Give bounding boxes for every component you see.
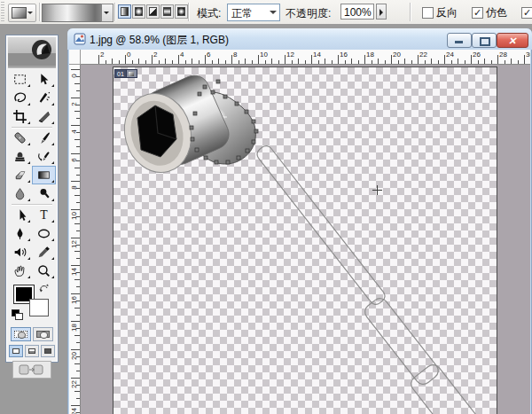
options-checkbox-row: 反向✓仿色✓透明 (422, 5, 532, 20)
slice-number: 01 (114, 69, 127, 78)
color-swatches (6, 283, 58, 324)
swap-colors-icon[interactable] (38, 283, 51, 296)
tool-audio-annotation[interactable] (8, 243, 32, 262)
background-color-swatch[interactable] (29, 299, 49, 316)
clone-stamp-icon (12, 149, 27, 164)
tool-type[interactable]: T (32, 206, 56, 224)
separator (39, 3, 40, 21)
quick-mask-button[interactable] (33, 327, 53, 341)
window-title: 1.jpg @ 58.9% (图层 1, RGB) (90, 33, 229, 48)
dither-checkbox[interactable]: ✓仿色 (472, 5, 507, 20)
ellipse-shape-icon (36, 226, 51, 241)
chevron-down-icon (27, 12, 33, 17)
gradient-thumbnail-icon (12, 7, 27, 19)
tool-rectangular-marquee[interactable] (8, 70, 32, 89)
horizontal-ruler[interactable]: 202468101214161820222426283032 (81, 50, 530, 65)
move-icon (36, 72, 51, 87)
tool-healing-brush[interactable] (8, 129, 32, 147)
crosshair-cursor (372, 185, 382, 195)
tool-ellipse-shape[interactable] (32, 224, 56, 243)
tool-eraser[interactable] (8, 166, 32, 184)
mode-label: 模式: (197, 6, 221, 21)
tool-preset-button[interactable] (8, 4, 36, 22)
photoshop-app: 模式: 正常 不透明度: 100% 反向✓仿色✓透明 T (0, 0, 532, 414)
zoom-icon (36, 263, 51, 278)
opacity-slider-arrow-button[interactable] (376, 4, 387, 20)
tool-magic-wand[interactable] (32, 89, 56, 107)
options-bar-grip[interactable] (1, 2, 4, 22)
maximize-button[interactable] (472, 33, 497, 48)
close-icon: ✕ (508, 35, 516, 47)
rectangular-marquee-icon (12, 72, 27, 87)
tool-crop[interactable] (8, 107, 32, 126)
tool-eyedropper[interactable] (32, 243, 56, 262)
healing-brush-icon (12, 130, 27, 145)
gradient-preview-swatch[interactable] (42, 4, 103, 22)
canvas[interactable]: 01 (113, 67, 497, 414)
tool-lasso[interactable] (8, 89, 32, 107)
tool-blur[interactable] (8, 184, 32, 203)
blur-icon (12, 186, 27, 201)
titlebar[interactable]: 1.jpg @ 58.9% (图层 1, RGB) ✕ (67, 28, 532, 50)
standard-mode-button[interactable] (11, 327, 31, 341)
audio-annotation-icon (12, 245, 27, 260)
separator (188, 3, 189, 21)
standard-screen-button[interactable] (9, 345, 23, 357)
mode-select[interactable]: 正常 (227, 4, 280, 21)
transparency-checkbox[interactable]: ✓透明 (521, 5, 532, 20)
minimize-button[interactable] (447, 33, 472, 48)
mode-value: 正常 (231, 6, 253, 21)
linear-gradient-button[interactable] (118, 4, 131, 19)
gradient-type-buttons (118, 4, 188, 20)
maximize-icon (480, 37, 490, 46)
diamond-gradient-button[interactable] (175, 4, 188, 19)
photoshop-logo[interactable] (8, 37, 56, 68)
separator (114, 3, 115, 21)
tool-path-selection[interactable] (8, 206, 32, 224)
checkbox-label: 仿色 (486, 5, 507, 20)
edit-in-imageready-button[interactable] (12, 361, 51, 379)
fullscreen-button[interactable] (41, 345, 55, 357)
close-button[interactable]: ✕ (497, 33, 528, 48)
radial-gradient-button[interactable] (132, 4, 145, 19)
checkbox-label: 反向 (436, 5, 458, 20)
brush-icon (36, 130, 51, 145)
opacity-input[interactable]: 100% (340, 4, 374, 20)
default-colors-icon[interactable] (12, 309, 22, 320)
eraser-icon (12, 168, 27, 183)
checkbox-icon: ✓ (521, 7, 532, 19)
tool-slice[interactable] (32, 107, 56, 126)
document-client-area: 202468101214161820222426283032 024681012… (69, 50, 530, 414)
angle-gradient-button[interactable] (146, 4, 160, 19)
gradient-picker-arrow-button[interactable] (101, 4, 113, 22)
fullscreen-menubar-button[interactable] (25, 345, 39, 357)
vertical-ruler[interactable]: 02468101214161820222426 (69, 65, 81, 414)
tool-gradient[interactable] (32, 166, 56, 184)
reverse-checkbox[interactable]: 反向 (422, 5, 458, 20)
tool-history-brush[interactable] (32, 147, 56, 166)
screen-mode-row (6, 345, 58, 357)
opacity-value: 100% (344, 6, 372, 19)
magic-wand-icon (36, 90, 51, 105)
history-brush-icon (36, 149, 51, 164)
minimize-icon (455, 41, 463, 43)
tool-brush[interactable] (32, 129, 56, 147)
tool-dodge[interactable] (32, 184, 56, 203)
tool-clone-stamp[interactable] (8, 147, 32, 166)
tool-pen[interactable] (8, 224, 32, 243)
ruler-corner[interactable] (69, 50, 81, 65)
separator (410, 3, 411, 21)
options-bar: 模式: 正常 不透明度: 100% 反向✓仿色✓透明 (0, 0, 532, 25)
opacity-label: 不透明度: (286, 6, 331, 21)
hand-icon (12, 263, 27, 278)
tool-hand[interactable] (8, 262, 32, 280)
reflected-gradient-button[interactable] (160, 4, 174, 19)
checkbox-icon: ✓ (472, 7, 483, 19)
pen-icon (12, 226, 27, 241)
handle-outline-path (254, 144, 484, 414)
socket-wrench-artwork (113, 67, 497, 414)
tool-zoom[interactable] (32, 262, 56, 280)
chevron-right-icon (379, 9, 387, 16)
toolbox: T (5, 35, 59, 363)
tool-move[interactable] (32, 70, 56, 89)
